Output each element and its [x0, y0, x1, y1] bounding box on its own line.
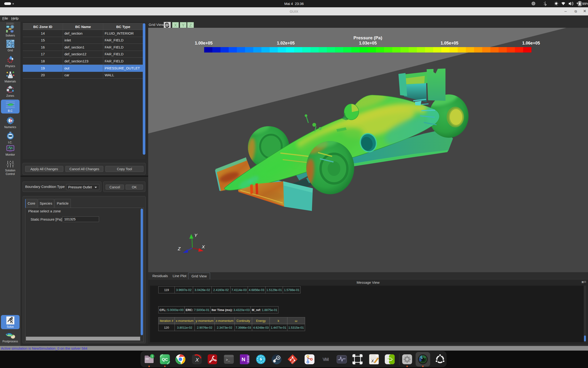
svg-text:Y: Y — [194, 233, 198, 238]
svg-text:1.05e+05: 1.05e+05 — [440, 41, 458, 46]
svg-text:88:88: 88:88 — [8, 136, 12, 137]
svg-text:X: X — [202, 244, 205, 249]
svg-text:1.06e+05: 1.06e+05 — [522, 41, 540, 46]
svg-text:N: N — [242, 357, 245, 362]
svg-text:x: x — [371, 358, 374, 364]
svg-text:1.03e+05: 1.03e+05 — [359, 41, 377, 46]
svg-text:Pressure (Pa): Pressure (Pa) — [353, 35, 382, 40]
svg-text:1.00e+05: 1.00e+05 — [195, 41, 213, 46]
svg-text:Z: Z — [178, 246, 181, 251]
svg-text:VM: VM — [323, 357, 329, 362]
svg-text:1: 1 — [151, 355, 153, 358]
svg-text:X: X — [195, 357, 199, 363]
svg-text:>_: >_ — [226, 358, 230, 362]
svg-text:QC: QC — [162, 357, 168, 362]
svg-text:1.02e+05: 1.02e+05 — [277, 41, 295, 46]
